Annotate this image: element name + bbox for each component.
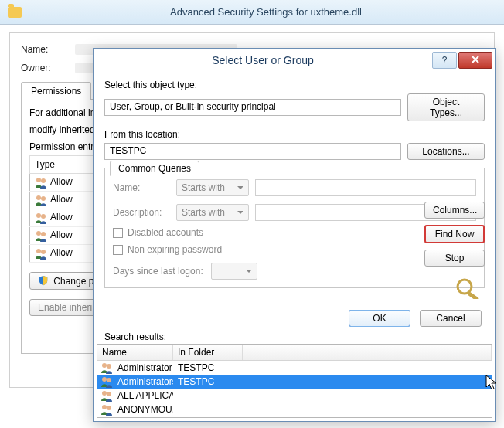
results-col-name[interactable]: Name bbox=[97, 345, 173, 360]
svg-point-18 bbox=[102, 405, 107, 409]
svg-point-3 bbox=[41, 196, 46, 201]
locations-button[interactable]: Locations... bbox=[407, 143, 485, 160]
help-button[interactable]: ? bbox=[432, 52, 457, 69]
result-row[interactable]: ALL APPLICA... bbox=[97, 389, 492, 403]
name-label: Name: bbox=[21, 44, 75, 55]
parent-window-title: Advanced Security Settings for uxtheme.d… bbox=[28, 6, 504, 18]
search-results-list[interactable]: Name In Folder AdministratorTESTPCAdmini… bbox=[97, 344, 492, 418]
search-results-label: Search results: bbox=[104, 331, 166, 342]
results-col-folder[interactable]: In Folder bbox=[173, 345, 243, 360]
disabled-accounts-label: Disabled accounts bbox=[128, 227, 203, 238]
principal-icon bbox=[100, 362, 113, 374]
cancel-button[interactable]: Cancel bbox=[420, 310, 482, 327]
svg-point-19 bbox=[107, 406, 111, 410]
principal-icon bbox=[100, 389, 113, 402]
permission-type: Allow bbox=[50, 247, 73, 258]
days-since-logon-label: Days since last logon: bbox=[113, 266, 203, 277]
tab-permissions[interactable]: Permissions bbox=[21, 82, 91, 100]
svg-point-5 bbox=[41, 214, 46, 219]
days-since-logon-combo[interactable] bbox=[211, 263, 257, 280]
name-match-value: Starts with bbox=[182, 182, 225, 193]
permission-type: Allow bbox=[50, 176, 73, 187]
non-expiring-checkbox[interactable]: Non expiring password bbox=[113, 244, 476, 255]
result-name: Administrator bbox=[117, 362, 172, 373]
principal-icon bbox=[35, 212, 47, 224]
result-folder: TESTPC bbox=[173, 362, 243, 373]
permission-type: Allow bbox=[50, 212, 73, 222]
svg-point-16 bbox=[102, 391, 107, 396]
result-row[interactable]: AdministratorTESTPC bbox=[97, 361, 492, 375]
location-field[interactable]: TESTPC bbox=[104, 143, 401, 160]
enable-inheritance-label: Enable inheri bbox=[38, 302, 92, 313]
disabled-accounts-checkbox[interactable]: Disabled accounts bbox=[113, 227, 476, 238]
object-type-field[interactable]: User, Group, or Built-in security princi… bbox=[104, 99, 401, 116]
cq-name-label: Name: bbox=[113, 182, 170, 193]
svg-point-15 bbox=[107, 378, 111, 382]
svg-point-4 bbox=[36, 213, 41, 218]
ok-button[interactable]: OK bbox=[349, 310, 410, 327]
svg-point-6 bbox=[36, 231, 41, 236]
checkbox-icon bbox=[113, 228, 123, 238]
principal-icon bbox=[35, 176, 47, 189]
common-queries-tab[interactable]: Common Queries bbox=[110, 161, 199, 176]
permission-type: Allow bbox=[50, 229, 73, 240]
result-name: Administrators bbox=[117, 376, 173, 387]
svg-point-13 bbox=[107, 364, 111, 369]
svg-point-2 bbox=[36, 195, 41, 200]
from-location-label: From this location: bbox=[104, 129, 485, 140]
close-button[interactable] bbox=[458, 52, 492, 69]
info-text1: For additional in bbox=[29, 107, 95, 118]
checkbox-icon bbox=[113, 245, 123, 255]
stop-button[interactable]: Stop bbox=[424, 250, 485, 267]
principal-icon bbox=[100, 403, 113, 416]
close-icon bbox=[471, 55, 480, 66]
result-row[interactable]: AdministratorsTESTPC bbox=[97, 375, 492, 389]
principal-icon bbox=[35, 194, 47, 206]
select-user-or-group-dialog: Select User or Group ? Select this objec… bbox=[93, 48, 496, 422]
non-expiring-label: Non expiring password bbox=[128, 244, 222, 255]
principal-icon bbox=[35, 229, 47, 242]
shield-icon bbox=[38, 275, 49, 286]
svg-point-0 bbox=[36, 178, 41, 182]
permission-type: Allow bbox=[50, 194, 73, 205]
svg-point-10 bbox=[458, 280, 472, 294]
result-name: ALL APPLICA... bbox=[117, 390, 173, 401]
owner-label: Owner: bbox=[21, 63, 75, 73]
svg-point-17 bbox=[107, 392, 111, 396]
enable-inheritance-button[interactable]: Enable inheri bbox=[29, 299, 100, 316]
svg-point-1 bbox=[41, 178, 46, 183]
cq-desc-label: Description: bbox=[113, 207, 170, 218]
result-row[interactable]: ANONYMOU... bbox=[97, 403, 492, 416]
folder-icon bbox=[8, 7, 22, 18]
name-match-combo[interactable]: Starts with bbox=[176, 179, 249, 196]
name-query-input[interactable] bbox=[255, 179, 476, 196]
svg-point-9 bbox=[41, 250, 46, 254]
find-now-button[interactable]: Find Now bbox=[424, 225, 485, 243]
svg-point-12 bbox=[102, 363, 107, 368]
info-text2: modify inherited bbox=[29, 124, 95, 135]
principal-icon bbox=[100, 375, 113, 388]
search-icon bbox=[454, 276, 485, 299]
desc-match-value: Starts with bbox=[182, 207, 225, 218]
dialog-title: Select User or Group bbox=[94, 54, 432, 66]
svg-point-8 bbox=[36, 249, 41, 253]
svg-point-7 bbox=[41, 232, 46, 236]
columns-button[interactable]: Columns... bbox=[424, 202, 485, 219]
result-name: ANONYMOU... bbox=[117, 404, 173, 415]
svg-point-14 bbox=[102, 377, 107, 382]
results-col-spacer bbox=[243, 345, 492, 360]
parent-titlebar: Advanced Security Settings for uxtheme.d… bbox=[0, 0, 504, 25]
object-types-button[interactable]: Object Types... bbox=[407, 93, 485, 121]
svg-rect-11 bbox=[467, 291, 479, 299]
principal-icon bbox=[35, 247, 47, 260]
select-object-type-label: Select this object type: bbox=[104, 80, 485, 90]
desc-match-combo[interactable]: Starts with bbox=[176, 204, 249, 221]
result-folder: TESTPC bbox=[173, 376, 243, 387]
